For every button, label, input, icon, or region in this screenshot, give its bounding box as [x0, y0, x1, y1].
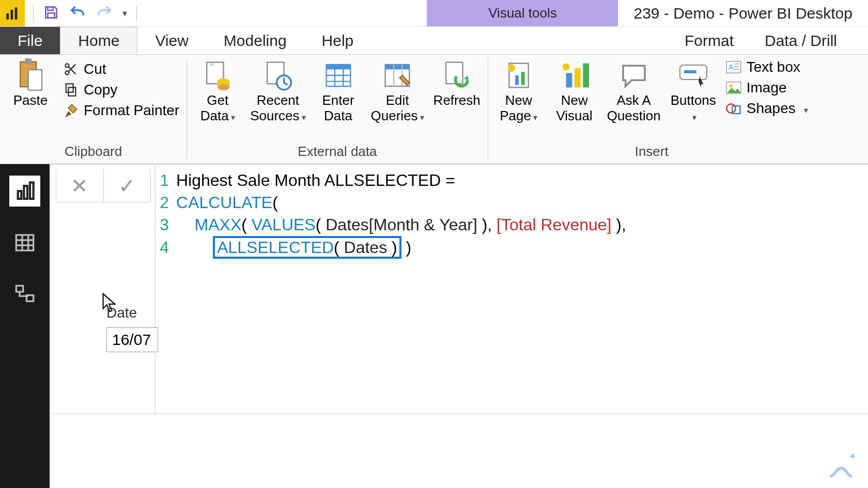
image-button[interactable]: Image [726, 80, 808, 96]
recent-sources-icon [262, 60, 293, 91]
redo-icon[interactable] [96, 4, 113, 23]
brush-icon [63, 103, 79, 118]
cut-button[interactable]: Cut [63, 61, 179, 77]
enter-data-icon [323, 60, 354, 91]
code-text: Highest Sale Month ALLSELECTED = [176, 169, 455, 192]
svg-point-9 [66, 71, 69, 75]
group-label: External data [194, 141, 480, 164]
clipboard-icon [15, 60, 46, 91]
svg-rect-31 [515, 75, 519, 85]
table-ref: Dates [344, 238, 388, 257]
format-painter-label: Format Painter [84, 102, 179, 119]
svg-rect-7 [28, 70, 42, 90]
window-title: 239 - Demo - Power BI Desktop [618, 0, 868, 26]
nav-data-view[interactable] [9, 227, 40, 258]
tab-home[interactable]: Home [60, 27, 137, 54]
new-page-button[interactable]: New Page [495, 58, 542, 124]
tab-view[interactable]: View [137, 27, 206, 54]
format-painter-button[interactable]: Format Painter [63, 102, 179, 119]
svg-rect-6 [25, 58, 32, 64]
svg-rect-49 [24, 186, 27, 199]
paste-button[interactable]: Paste [7, 58, 54, 108]
svg-point-8 [66, 64, 69, 68]
svg-rect-32 [521, 72, 524, 85]
ribbon-group-external-data: Get Data Recent Sources Enter Data Edit … [187, 55, 487, 164]
svg-rect-1 [11, 10, 13, 20]
dax-editor[interactable]: 1Highest Sale Month ALLSELECTED = 2CALCU… [155, 164, 868, 414]
tab-modeling[interactable]: Modeling [206, 27, 304, 54]
separator [33, 6, 34, 21]
report-canvas: ✕ ✓ 1Highest Sale Month ALLSELECTED = 2C… [50, 164, 868, 488]
get-data-icon [202, 60, 233, 91]
new-visual-button[interactable]: New Visual [551, 58, 598, 124]
group-label: Insert [495, 141, 808, 164]
tab-file[interactable]: File [0, 27, 60, 54]
formula-bar: ✕ ✓ 1Highest Sale Month ALLSELECTED = 2C… [50, 164, 868, 414]
enter-data-button[interactable]: Enter Data [315, 58, 362, 124]
contextual-tab-header: Visual tools [427, 0, 618, 26]
tab-format[interactable]: Format [669, 27, 749, 54]
main: ✕ ✓ 1Highest Sale Month ALLSELECTED = 2C… [0, 164, 868, 488]
app-logo-icon [0, 0, 25, 26]
quick-access-toolbar: ▾ [25, 0, 145, 26]
watermark-icon [825, 449, 858, 482]
refresh-icon [441, 60, 472, 91]
refresh-button[interactable]: Refresh [433, 58, 481, 108]
nav-model-view[interactable] [9, 279, 40, 310]
scissors-icon [63, 61, 79, 77]
svg-rect-38 [684, 70, 696, 73]
svg-rect-56 [16, 286, 23, 292]
image-icon [726, 80, 741, 96]
svg-rect-0 [6, 13, 9, 20]
new-page-icon [503, 60, 534, 91]
slicer-start-date-input[interactable]: 16/07 [106, 327, 158, 352]
get-data-button[interactable]: Get Data [194, 58, 241, 124]
separator [136, 6, 137, 21]
svg-rect-3 [48, 7, 53, 10]
tab-data-drill[interactable]: Data / Drill [749, 27, 853, 54]
image-label: Image [747, 80, 787, 96]
save-icon[interactable] [43, 4, 59, 23]
dax-function: VALUES [252, 215, 316, 234]
shapes-label: Shapes [747, 100, 796, 117]
formula-commit-button[interactable]: ✓ [103, 169, 151, 202]
buttons-button[interactable]: Buttons [670, 58, 717, 124]
tab-help[interactable]: Help [304, 27, 371, 54]
cut-label: Cut [84, 61, 106, 77]
text-box-button[interactable]: A Text box [726, 59, 808, 75]
svg-rect-19 [326, 65, 350, 69]
text-box-icon: A [726, 59, 741, 75]
qat-dropdown-icon[interactable]: ▾ [122, 8, 127, 19]
nav-report-view[interactable] [9, 176, 40, 207]
date-slicer[interactable]: Date 16/07 [106, 305, 158, 352]
shapes-icon [726, 101, 741, 116]
formula-cancel-button[interactable]: ✕ [56, 169, 103, 202]
group-label: Clipboard [7, 141, 179, 164]
edit-queries-button[interactable]: Edit Queries [371, 58, 424, 124]
buttons-icon [678, 60, 709, 91]
copy-label: Copy [84, 82, 117, 98]
ribbon-group-insert: New Page New Visual Ask A Question Butto… [488, 55, 815, 164]
svg-point-15 [218, 84, 229, 90]
ask-question-icon [618, 60, 649, 91]
undo-icon[interactable] [69, 4, 86, 23]
svg-point-33 [562, 64, 569, 71]
column-ref: Dates[Month & Year] [326, 215, 477, 234]
svg-point-45 [730, 84, 733, 87]
title-bar: ▾ Visual tools 239 - Demo - Power BI Des… [0, 0, 868, 27]
dax-function: ALLSELECTED [217, 238, 334, 257]
ribbon-tabs: File Home View Modeling Help Format Data… [0, 27, 868, 55]
shapes-button[interactable]: Shapes [726, 100, 808, 117]
ask-a-question-button[interactable]: Ask A Question [607, 58, 661, 124]
dax-function: CALCULATE [176, 193, 272, 212]
copy-icon [63, 82, 79, 98]
ribbon-group-clipboard: Paste Cut Copy Format Painter Clipboard [0, 55, 187, 164]
code-line: 4 ALLSELECTED( Dates ) ) [156, 237, 868, 259]
svg-rect-34 [566, 73, 572, 87]
text-box-label: Text box [747, 59, 800, 75]
annotation-highlight: ALLSELECTED( Dates ) [213, 236, 401, 259]
edit-queries-icon [382, 60, 413, 91]
recent-sources-button[interactable]: Recent Sources [250, 58, 305, 124]
svg-rect-35 [575, 68, 581, 87]
copy-button[interactable]: Copy [63, 82, 179, 98]
